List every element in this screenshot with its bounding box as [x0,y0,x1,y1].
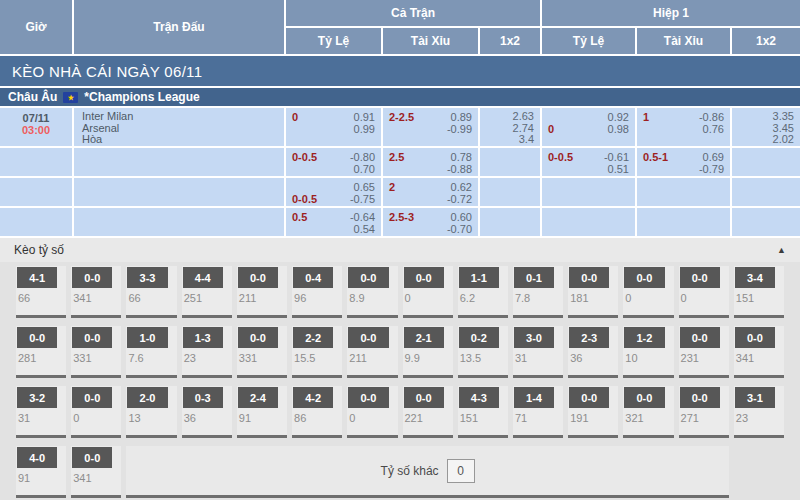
score-odds-value: 0 [679,288,729,315]
score-odds-value: 36 [568,348,618,375]
score-cell[interactable]: 0-0231 [679,326,729,378]
score-cell[interactable]: 0-00 [623,266,673,318]
score-label: 0-0 [735,327,775,348]
score-cell[interactable]: 2-336 [568,326,618,378]
score-cell[interactable]: 3-123 [734,386,784,438]
score-label: 0-1 [514,267,554,288]
fulltime-overunder-cell-line: -0.70 [389,223,472,235]
score-cell[interactable]: 0-0211 [237,266,287,318]
score-cell[interactable]: 0-0341 [734,326,784,378]
firsthalf-handicap-cell [542,178,635,206]
score-cell[interactable]: 1-323 [182,326,232,378]
odds-row: 0.5-0.640.542.5-30.60-0.70 [0,208,800,236]
score-label: 1-4 [514,387,554,408]
score-odds-value: 96 [292,288,342,315]
fulltime-overunder-cell[interactable]: 2.5-30.60-0.70 [383,208,478,236]
firsthalf-handicap-cell-line [548,181,629,193]
score-cell[interactable]: 0-00 [347,386,397,438]
score-cell[interactable]: 0-496 [292,266,342,318]
score-section-header[interactable]: Kèo tỷ số ▲ [0,238,800,262]
fulltime-handicap-cell-line: 0.5-0.64 [292,211,375,223]
odds-value: 0.62 [451,181,472,193]
fulltime-overunder-cell[interactable]: 2-2.50.89-0.99 [383,108,478,146]
score-cell[interactable]: 3-031 [513,326,563,378]
score-cell[interactable]: 3-231 [16,386,66,438]
firsthalf-handicap-cell[interactable]: 0-0.5-0.610.51 [542,148,635,176]
handicap-label: 2.5 [389,151,404,163]
score-cell[interactable]: 0-0341 [71,446,121,498]
collapse-triangle-up-icon[interactable]: ▲ [777,245,786,255]
score-cell[interactable]: 0-08.9 [347,266,397,318]
firsthalf-handicap-cell-line: 0.92 [548,111,629,123]
score-cell[interactable]: 4-286 [292,386,342,438]
score-cell[interactable]: 0-0331 [237,326,287,378]
score-cell[interactable]: 0-0191 [568,386,618,438]
score-label: 0-0 [348,267,388,288]
fulltime-overunder-cell[interactable]: 20.62-0.72 [383,178,478,206]
handicap-label: 2.5-3 [389,211,414,223]
handicap-label: 2-2.5 [389,111,414,123]
score-cell[interactable]: 1-07.6 [126,326,176,378]
fulltime-handicap-cell[interactable]: 00.910.99 [286,108,381,146]
score-cell[interactable]: 0-0281 [16,326,66,378]
odds-row: 07/1103:00Inter MilanArsenalHòa00.910.99… [0,108,800,146]
score-cell[interactable]: 1-210 [623,326,673,378]
firsthalf-handicap-cell-line [548,223,629,235]
score-cell[interactable]: 0-0181 [568,266,618,318]
score-cell[interactable]: 0-0211 [347,326,397,378]
score-cell[interactable]: 0-0321 [623,386,673,438]
score-cell[interactable]: 0-0221 [403,386,453,438]
score-cell[interactable]: 0-0341 [71,266,121,318]
team-name[interactable]: Arsenal [82,123,284,135]
team-name[interactable]: Inter Milan [82,111,284,123]
firsthalf-overunder-cell[interactable]: 1-0.860.76 [637,108,730,146]
score-cell[interactable]: 0-0271 [679,386,729,438]
score-cell[interactable]: 1-471 [513,386,563,438]
firsthalf-overunder-cell-line [643,193,724,205]
firsthalf-overunder-cell[interactable]: 0.5-10.69-0.79 [637,148,730,176]
score-cell[interactable]: 0-00 [679,266,729,318]
score-cell[interactable]: 2-491 [237,386,287,438]
score-label: 1-2 [624,327,664,348]
score-cell[interactable]: 2-215.5 [292,326,342,378]
score-cell[interactable]: 3-366 [126,266,176,318]
score-cell[interactable]: 0-17.8 [513,266,563,318]
league-bar[interactable]: Châu Âu ★ *Champions League [0,88,800,106]
score-label: 0-0 [72,267,112,288]
col-header-firsthalf: Hiệp 1 [542,0,800,26]
firsthalf-handicap-cell[interactable]: 0.9200.98 [542,108,635,146]
fulltime-overunder-cell-line: 2-2.50.89 [389,111,472,123]
score-cell[interactable]: 2-19.9 [403,326,453,378]
team-name[interactable]: Hòa [82,134,284,146]
firsthalf-1x2-cell[interactable]: 3.353.452.02 [732,108,800,146]
score-label: 3-2 [17,387,57,408]
score-cell[interactable]: 0-00 [403,266,453,318]
fulltime-handicap-cell[interactable]: 0.650-0.5-0.75 [286,178,381,206]
fulltime-1x2-cell[interactable]: 2.632.743.4 [480,108,540,146]
fulltime-overunder-cell-line: 2.50.78 [389,151,472,163]
score-label: 1-3 [183,327,223,348]
score-cell[interactable]: 3-4151 [734,266,784,318]
score-odds-value: 71 [513,408,563,435]
other-score-input[interactable] [447,459,475,483]
score-cell[interactable]: 4-4251 [182,266,232,318]
score-odds-value: 0 [403,288,453,315]
score-cell[interactable]: 2-013 [126,386,176,438]
match-teams-cell [74,208,284,236]
score-label: 0-2 [459,327,499,348]
score-cell[interactable]: 4-3151 [458,386,508,438]
score-cell[interactable]: 4-091 [16,446,66,498]
fulltime-1x2-cell [480,208,540,236]
score-cell[interactable]: 0-213.5 [458,326,508,378]
score-cell[interactable]: 1-16.2 [458,266,508,318]
score-label: 2-3 [569,327,609,348]
fulltime-handicap-cell[interactable]: 0-0.5-0.800.70 [286,148,381,176]
score-cell[interactable]: 0-336 [182,386,232,438]
score-cell[interactable]: 0-0331 [71,326,121,378]
firsthalf-handicap-cell-line [548,193,629,205]
fulltime-handicap-cell[interactable]: 0.5-0.640.54 [286,208,381,236]
score-cell[interactable]: 0-00 [71,386,121,438]
score-cell[interactable]: 4-166 [16,266,66,318]
handicap-label: 0-0.5 [292,193,317,205]
fulltime-overunder-cell[interactable]: 2.50.78-0.88 [383,148,478,176]
